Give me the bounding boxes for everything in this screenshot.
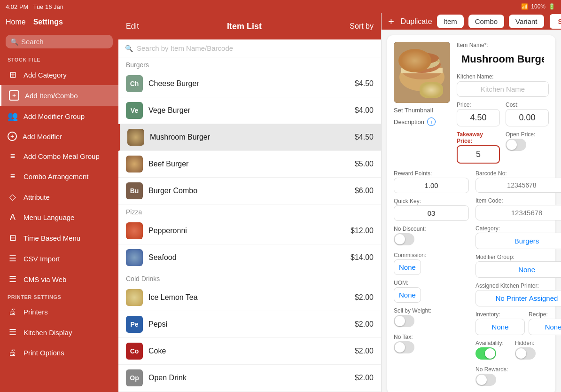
item-name: Pepsi	[148, 320, 349, 329]
sidebar-item-add-combo-meal-group[interactable]: ≡ Add Combo Meal Group	[0, 146, 118, 166]
hidden-toggle[interactable]	[515, 347, 536, 360]
category-button[interactable]: Burgers	[475, 233, 561, 249]
item-name: Mushroom Burger	[150, 133, 349, 141]
inventory-label: Inventory:	[475, 311, 525, 318]
modifier-group-button[interactable]: None	[475, 261, 561, 278]
sidebar-item-label: Print Options	[23, 349, 64, 357]
sidebar-settings-btn[interactable]: Settings	[33, 18, 63, 26]
price-input[interactable]	[457, 109, 500, 126]
kitchen-printer-button[interactable]: No Printer Assigned	[475, 290, 561, 306]
sidebar-item-menu-language[interactable]: A Menu Language	[0, 207, 118, 227]
kitchen-name-input[interactable]	[457, 81, 549, 97]
sidebar-item-printers[interactable]: 🖨 Printers	[0, 302, 118, 322]
middle-header: Edit Item List Sort by	[118, 13, 381, 39]
cost-input[interactable]	[506, 109, 549, 126]
reward-points-input[interactable]	[394, 178, 469, 193]
item-tab[interactable]: Item	[437, 15, 464, 28]
commission-field: Commission: None	[394, 252, 469, 275]
inventory-button[interactable]: None	[475, 319, 525, 335]
item-search-input[interactable]	[137, 44, 374, 52]
availability-toggle[interactable]	[475, 347, 496, 360]
no-discount-label: No Discount:	[394, 226, 469, 232]
variant-tab[interactable]: Variant	[509, 15, 544, 28]
sidebar-item-add-modifier-group[interactable]: 👥 Add Modifier Group	[0, 106, 118, 126]
sidebar-search-box[interactable]: 🔍	[6, 35, 113, 48]
edit-button[interactable]: Edit	[126, 22, 139, 31]
sidebar-item-label: CMS via Web	[23, 275, 66, 283]
table-row[interactable]: Mushroom Burger $4.50	[118, 124, 381, 151]
sidebar-item-label: Attribute	[23, 193, 50, 201]
web-icon: ☰	[8, 274, 18, 284]
commission-button[interactable]: None	[394, 259, 421, 275]
table-row[interactable]: Ve Vege Burger $4.00	[118, 97, 381, 124]
no-rewards-toggle[interactable]	[475, 374, 496, 386]
item-name-field: Item Name*:	[457, 42, 549, 69]
item-price: $6.00	[355, 187, 374, 195]
sidebar-item-label: CSV Import	[23, 255, 60, 263]
sidebar-item-cms-via-web[interactable]: ☰ CMS via Web	[0, 269, 118, 290]
display-icon: ☰	[8, 327, 18, 337]
reward-points-field: Reward Points:	[394, 170, 469, 193]
table-row[interactable]: Pepperonni $12.00	[118, 218, 381, 244]
svg-point-6	[405, 53, 439, 64]
sidebar-item-print-options[interactable]: 🖨 Print Options	[0, 343, 118, 363]
sidebar-item-time-based-menu[interactable]: ⊟ Time Based Menu	[0, 227, 118, 248]
item-price: $12.00	[351, 227, 374, 235]
sidebar-item-kitchen-display[interactable]: ☰ Kitchen Display	[0, 322, 118, 343]
sidebar-item-add-modifier[interactable]: + Add Modifier	[0, 126, 118, 146]
right-panel: + Duplicate Item Combo Variant Save Mush…	[382, 13, 561, 392]
uom-button[interactable]: None	[394, 287, 421, 303]
item-avatar: Ch	[126, 75, 143, 92]
modifier-group-label: Modifier Group:	[475, 254, 561, 260]
availability-label: Availability:	[475, 340, 504, 346]
duplicate-button[interactable]: Duplicate	[401, 17, 432, 26]
table-row[interactable]: Bu Burger Combo $6.00	[118, 178, 381, 204]
add-icon[interactable]: +	[388, 16, 394, 28]
sidebar-item-attribute[interactable]: ◇ Attribute	[0, 187, 118, 207]
sell-by-weight-field: Sell by Weight:	[394, 307, 469, 329]
sidebar-home-btn[interactable]: Home	[6, 18, 26, 26]
main-layout: Home Settings 🔍 STOCK FILE ⊞ Add Categor…	[0, 13, 561, 392]
barcode-no-field: Barcode No: |||	[475, 170, 561, 193]
sidebar-item-add-item-combo[interactable]: + Add Item/Combo	[0, 85, 118, 106]
right-toolbar: + Duplicate Item Combo Variant Save	[382, 13, 561, 30]
item-name: Seafood	[148, 253, 345, 262]
table-row[interactable]: Beef Burger $5.00	[118, 151, 381, 178]
inventory-recipe-row: Inventory: None Recipe: None	[475, 311, 561, 335]
kitchen-name-field: Kitchen Name:	[457, 73, 549, 97]
quick-key-input[interactable]	[394, 205, 469, 221]
barcode-input[interactable]	[475, 178, 561, 193]
sidebar: Home Settings 🔍 STOCK FILE ⊞ Add Categor…	[0, 13, 118, 392]
open-price-toggle[interactable]	[506, 139, 526, 151]
no-tax-toggle[interactable]	[394, 341, 414, 353]
time: 4:02 PM	[6, 3, 28, 10]
sort-by-button[interactable]: Sort by	[350, 22, 374, 31]
table-row[interactable]: Ch Cheese Burger $4.50	[118, 71, 381, 97]
set-thumbnail-label[interactable]: Set Thumbnail	[394, 107, 433, 114]
takeaway-price-input[interactable]	[457, 145, 500, 164]
table-row[interactable]: Co Coke $2.00	[118, 338, 381, 365]
sidebar-item-label: Printers	[23, 308, 48, 316]
sidebar-item-csv-import[interactable]: ☰ CSV Import	[0, 248, 118, 269]
table-row[interactable]: Ice Lemon Tea $2.00	[118, 284, 381, 311]
save-button[interactable]: Save	[549, 13, 561, 30]
info-icon[interactable]: i	[427, 118, 436, 126]
inventory-field: Inventory: None	[475, 311, 525, 335]
sidebar-item-add-category[interactable]: ⊞ Add Category	[0, 64, 118, 85]
table-row[interactable]: Op Open Drink $2.00	[118, 365, 381, 392]
combo-tab[interactable]: Combo	[468, 15, 504, 28]
recipe-button[interactable]: None	[529, 319, 561, 335]
table-row[interactable]: Pe Pepsi $2.00	[118, 311, 381, 338]
kitchen-printer-label: Assigned Kitchen Printer:	[475, 282, 561, 289]
item-name-input[interactable]	[457, 50, 549, 69]
item-code-input[interactable]	[475, 205, 561, 220]
sidebar-search-input[interactable]	[21, 38, 108, 46]
table-row[interactable]: Seafood $14.00	[118, 244, 381, 271]
item-price: $2.00	[355, 293, 374, 302]
uom-label: UOM:	[394, 280, 469, 286]
sell-by-weight-toggle[interactable]	[394, 315, 414, 327]
category-label: Category:	[475, 225, 561, 232]
stock-file-label: STOCK FILE	[0, 52, 118, 64]
sidebar-item-combo-arrangement[interactable]: ≡ Combo Arrangement	[0, 166, 118, 187]
no-discount-toggle[interactable]	[394, 233, 414, 245]
